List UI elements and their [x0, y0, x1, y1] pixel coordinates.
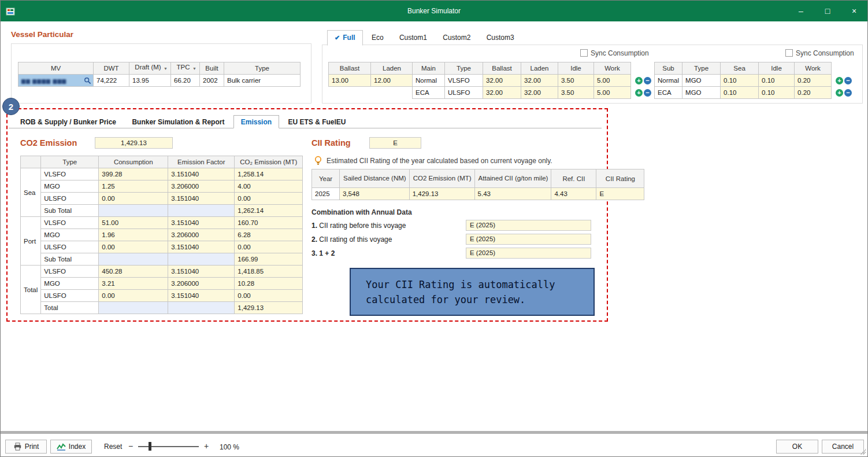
main-normal-laden[interactable]: 32.00 — [521, 75, 558, 87]
profile-tab-custom3[interactable]: Custom3 — [480, 30, 521, 45]
emission-factor-value[interactable]: 3.206000 — [168, 229, 235, 241]
main-normal-idle[interactable]: 3.50 — [558, 75, 594, 87]
remove-icon[interactable]: − — [644, 77, 651, 84]
consumption-value[interactable]: 1.25 — [99, 180, 168, 193]
vessel-col-type: Type — [224, 62, 301, 75]
reset-label[interactable]: Reset — [104, 443, 122, 451]
co2-emission-value: 0.00 — [235, 193, 303, 205]
cii-col-year: Year — [312, 169, 340, 188]
consumption-value[interactable]: 51.00 — [99, 217, 168, 229]
co2-emission-table: Type Consumption Emission Factor CO₂ Emi… — [20, 156, 303, 314]
main-normal-type[interactable]: VLSFO — [445, 75, 483, 87]
fuel-type: MGO — [41, 278, 99, 290]
main-col-idle: Idle — [558, 62, 594, 75]
zoom-slider-track[interactable] — [138, 446, 199, 447]
vessel-col-tpc: ▼ TPC — [171, 62, 200, 75]
sub-normal-sea[interactable]: 0.10 — [721, 75, 759, 87]
sub-col-idle: Idle — [759, 62, 795, 75]
sub-row-normal: Normal MGO 0.10 0.10 0.20 +− — [655, 75, 855, 87]
sync-consumption-1: Sync Consumption — [580, 49, 649, 57]
sub-col-work: Work — [795, 62, 832, 75]
remove-icon[interactable]: − — [844, 89, 852, 97]
tab-bunker-simulation-report[interactable]: Bunker Simulation & Report — [125, 116, 231, 129]
cii-col-ref-cii: Ref. CII — [551, 169, 596, 188]
profile-tab-full[interactable]: ✔ Full — [327, 30, 363, 46]
fuel-type: VLSFO — [41, 217, 99, 229]
main-normal-work[interactable]: 5.00 — [594, 75, 631, 87]
tab-emission[interactable]: Emission — [233, 115, 279, 128]
ok-button[interactable]: OK — [776, 440, 818, 454]
emission-factor-value[interactable]: 3.206000 — [168, 180, 235, 193]
zoom-slider-handle[interactable] — [149, 442, 151, 451]
emission-factor-value: 3.151040 — [168, 290, 235, 302]
dropdown-arrow-icon[interactable]: ▼ — [192, 64, 196, 73]
title-bar: Bunker Simulator – □ × — [1, 1, 867, 21]
emission-factor-value: 3.206000 — [168, 278, 235, 290]
consumption-value[interactable]: 1.96 — [99, 229, 168, 241]
vessel-tpc[interactable]: 66.20 — [171, 75, 200, 87]
add-icon[interactable]: + — [635, 89, 643, 97]
emission-factor-value[interactable]: 3.151040 — [168, 193, 235, 205]
zoom-in-button[interactable]: + — [204, 441, 209, 451]
tab-eu-ets-fueleu[interactable]: EU ETS & FuelEU — [281, 116, 353, 129]
sub-eca-sea[interactable]: 0.10 — [721, 87, 759, 99]
tab-rob-supply-bunker-price[interactable]: ROB & Supply / Bunker Price — [13, 116, 123, 129]
main-eca-label: ECA — [413, 87, 445, 99]
sync-consumption-checkbox[interactable] — [580, 49, 588, 57]
sub-normal-type[interactable]: MGO — [682, 75, 721, 87]
minimize-button[interactable]: – — [788, 1, 814, 21]
combo-item-1: 1. CII rating before this voyage — [311, 222, 406, 230]
speed-ballast[interactable]: 13.00 — [329, 75, 371, 87]
add-icon[interactable]: + — [836, 89, 843, 97]
emission-factor-value[interactable]: 3.151040 — [168, 217, 235, 229]
sub-eca-work[interactable]: 0.20 — [795, 87, 832, 99]
sub-normal-work[interactable]: 0.20 — [795, 75, 832, 87]
sub-normal-idle[interactable]: 0.10 — [759, 75, 795, 87]
consumption-value[interactable]: 0.00 — [99, 193, 168, 205]
consumption-value[interactable]: 399.28 — [99, 168, 168, 180]
main-eca-idle[interactable]: 3.50 — [558, 87, 594, 99]
co2-row: ULSFO 0.00 3.151040 0.00 — [21, 193, 303, 205]
remove-icon[interactable]: − — [644, 89, 651, 97]
maximize-button[interactable]: □ — [814, 1, 841, 21]
co2-emission-value: 4.00 — [235, 180, 303, 193]
profile-tab-eco[interactable]: Eco — [365, 30, 391, 45]
sub-eca-type[interactable]: MGO — [682, 87, 721, 99]
resize-grip[interactable] — [860, 449, 866, 455]
sync-consumption-label: Sync Consumption — [591, 49, 649, 57]
dropdown-arrow-icon[interactable]: ▼ — [164, 64, 168, 73]
main-eca-type[interactable]: ULSFO — [445, 87, 483, 99]
profile-tab-custom2[interactable]: Custom2 — [436, 30, 477, 45]
cancel-button[interactable]: Cancel — [822, 440, 864, 454]
co2-subtotal-row: Sub Total 1,262.14 — [21, 205, 303, 217]
speed-laden[interactable]: 12.00 — [371, 75, 413, 87]
index-button[interactable]: Index — [50, 440, 92, 454]
add-icon[interactable]: + — [635, 77, 643, 84]
fuel-type: ULSFO — [41, 241, 99, 253]
main-eca-laden[interactable]: 32.00 — [521, 87, 558, 99]
add-icon[interactable]: + — [836, 77, 843, 84]
search-icon[interactable] — [84, 77, 91, 84]
close-button[interactable]: × — [841, 1, 867, 21]
cii-rating-value: E — [596, 188, 644, 200]
zoom-out-button[interactable]: − — [128, 441, 133, 451]
cii-attained: 5.43 — [474, 188, 551, 200]
sub-eca-idle[interactable]: 0.10 — [759, 87, 795, 99]
window-title: Bunker Simulator — [1, 1, 867, 21]
profile-tab-custom1[interactable]: Custom1 — [392, 30, 434, 45]
emission-factor-value[interactable]: 3.151040 — [168, 168, 235, 180]
print-button[interactable]: Print — [5, 440, 47, 454]
co2-col-emission-factor: Emission Factor — [168, 156, 235, 168]
main-col-main: Main — [413, 62, 445, 75]
consumption-value[interactable]: 0.00 — [99, 241, 168, 253]
main-eca-ballast[interactable]: 32.00 — [483, 87, 521, 99]
step-badge: 2 — [2, 98, 20, 115]
main-normal-ballast[interactable]: 32.00 — [483, 75, 521, 87]
vessel-draft[interactable]: 13.95 — [129, 75, 171, 87]
emission-factor-value[interactable]: 3.151040 — [168, 241, 235, 253]
main-eca-work[interactable]: 5.00 — [594, 87, 631, 99]
sync-consumption-checkbox[interactable] — [785, 49, 793, 57]
co2-group-total: Total — [21, 266, 41, 314]
remove-icon[interactable]: − — [844, 77, 852, 84]
vessel-name-cell[interactable]: ▆▆ ▆▆▆▆ ▆▆▆ — [18, 75, 94, 87]
